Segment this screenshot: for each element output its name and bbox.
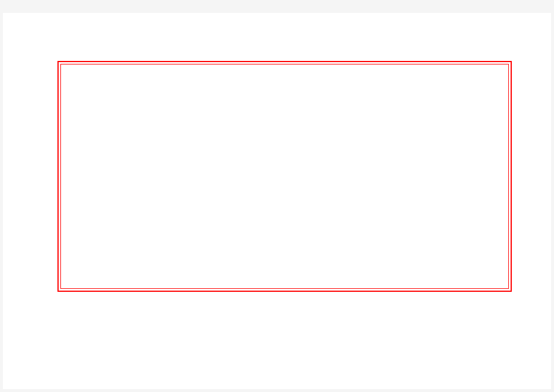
inner-red-box (60, 64, 509, 289)
outer-red-box (57, 61, 512, 292)
page-card (3, 13, 551, 389)
